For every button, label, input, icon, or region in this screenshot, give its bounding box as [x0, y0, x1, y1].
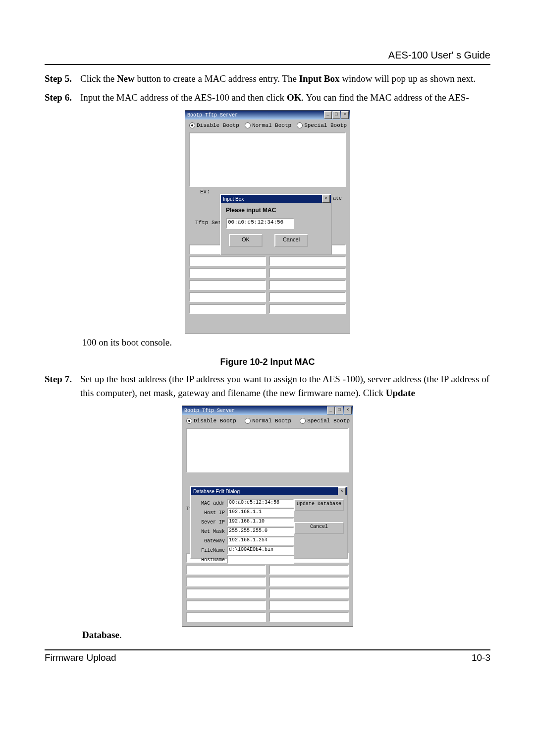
step-7: Step 7. Set up the host address (the IP …	[45, 372, 490, 400]
radio-special-label: Special Bootp	[307, 418, 350, 424]
database-line: Database.	[82, 630, 490, 640]
dialog2-titlebar: Database Edit Dialog ×	[191, 487, 347, 495]
hostname-input[interactable]	[227, 555, 294, 564]
gateway-label: Gateway	[195, 538, 227, 544]
table-row	[189, 280, 346, 290]
step6-continued: 100 on its boot console.	[82, 337, 490, 348]
step-5-text: Click the New button to create a MAC add…	[80, 72, 490, 86]
table-cell	[186, 577, 266, 586]
table-row	[189, 292, 346, 302]
cancel-button[interactable]: Cancel	[294, 522, 344, 534]
maximize-icon[interactable]: □	[335, 407, 343, 414]
dialog1-titlebar: Input Box ×	[221, 195, 331, 203]
gateway-input[interactable]: 192.168.1.254	[227, 536, 294, 545]
radio-normal-bootp[interactable]: Normal Bootp	[245, 418, 291, 424]
step-6-text: Input the MAC address of the AES-100 and…	[80, 91, 490, 105]
host-ip-label: Host IP	[195, 510, 227, 516]
table-cell	[269, 292, 346, 302]
win1-titlebar: Bootp Tftp Server _ □ ×	[185, 111, 350, 119]
database-dot: .	[119, 630, 122, 640]
table-cell	[269, 256, 346, 266]
table-cell	[269, 577, 349, 586]
figure-database-edit: Bootp Tftp Server _ □ × Disable Bootp No…	[45, 406, 490, 627]
header-title: AES-100 User' s Guide	[45, 50, 490, 61]
cancel-button[interactable]: Cancel	[274, 234, 308, 247]
step5-inputbox: Input Box	[299, 73, 340, 84]
table-cell	[269, 280, 346, 290]
ok-button[interactable]: OK	[229, 234, 263, 247]
radio-icon	[186, 418, 192, 424]
mac-input[interactable]: 00:a0:c5:12:34:56	[226, 218, 294, 229]
dialog1-title: Input Box	[223, 196, 244, 202]
row-filename: FileNamed:\100AEOb4.bin	[195, 546, 343, 555]
mac-addr-input[interactable]: 00:a0:c5:12:34:56	[227, 499, 294, 508]
radio-special-bootp[interactable]: Special Bootp	[300, 418, 350, 424]
step-7-label: Step 7.	[45, 372, 80, 400]
table-cell	[269, 600, 349, 610]
radio-icon	[189, 122, 195, 128]
bootp-window-1: Bootp Tftp Server _ □ × Disable Bootp No…	[185, 110, 350, 334]
filename-input[interactable]: d:\100AEOb4.bin	[227, 546, 294, 555]
radio-special-bootp[interactable]: Special Bootp	[297, 122, 347, 128]
minimize-icon[interactable]: _	[327, 407, 335, 414]
table-cell	[189, 256, 266, 266]
table-cell	[269, 612, 349, 622]
table-row	[189, 268, 346, 278]
radio-icon	[300, 418, 306, 424]
minimize-icon[interactable]: _	[324, 111, 332, 119]
dialog1-body: Please input MAC 00:a0:c5:12:34:56 OK Ca…	[221, 203, 331, 250]
sever-ip-label: Sever IP	[195, 520, 227, 525]
step5-t1: Click the	[80, 73, 117, 84]
radio-normal-bootp[interactable]: Normal Bootp	[245, 122, 291, 128]
radio-icon	[297, 122, 303, 128]
win2-list-area	[186, 428, 349, 472]
radio-normal-label: Normal Bootp	[252, 122, 291, 128]
radio-disable-bootp[interactable]: Disable Bootp	[186, 418, 236, 424]
win2-title-text: Bootp Tftp Server	[184, 408, 235, 413]
step-5: Step 5. Click the New button to create a…	[45, 72, 490, 86]
footer-left: Firmware Upload	[45, 652, 116, 663]
filename-label: FileName	[195, 548, 227, 553]
table-cell	[186, 588, 266, 598]
table-row	[186, 600, 349, 610]
dialog2-title: Database Edit Dialog	[193, 489, 240, 494]
step-6: Step 6. Input the MAC address of the AES…	[45, 91, 490, 105]
hostname-label: HostName	[195, 557, 227, 563]
bootp-window-2: Bootp Tftp Server _ □ × Disable Bootp No…	[182, 406, 353, 627]
step6-t1: Input the MAC address of the AES-100 and…	[80, 92, 287, 103]
table-row	[186, 577, 349, 586]
close-icon[interactable]: ×	[338, 487, 346, 495]
table-row	[186, 588, 349, 598]
dialog1-label: Please input MAC	[226, 207, 326, 214]
table-cell	[186, 600, 266, 610]
radio-disable-bootp[interactable]: Disable Bootp	[189, 122, 239, 128]
step7-t1: Set up the host address (the IP address …	[80, 374, 489, 398]
radio-icon	[245, 122, 251, 128]
table-cell	[189, 280, 266, 290]
update-database-button[interactable]: Update Database	[294, 499, 344, 511]
step-6-label: Step 6.	[45, 91, 80, 105]
table-cell	[269, 304, 346, 314]
net-mask-label: Net Mask	[195, 529, 227, 534]
step6-t2: . You can find the MAC address of the AE…	[301, 92, 469, 103]
figure-10-2: Bootp Tftp Server _ □ × Disable Bootp No…	[45, 110, 490, 334]
net-mask-input[interactable]: 255.255.255.0	[227, 527, 294, 536]
close-icon[interactable]: ×	[322, 195, 330, 203]
table-cell	[189, 304, 266, 314]
step-7-text: Set up the host address (the IP address …	[80, 372, 490, 400]
step5-new: New	[117, 73, 135, 84]
win1-title-text: Bootp Tftp Server	[187, 113, 238, 118]
table-cell	[189, 292, 266, 302]
close-icon[interactable]: ×	[341, 111, 349, 119]
sever-ip-input[interactable]: 192.168.1.10	[227, 518, 294, 526]
radio-disable-label: Disable Bootp	[197, 122, 239, 128]
maximize-icon[interactable]: □	[332, 111, 340, 119]
win2-radios: Disable Bootp Normal Bootp Special Bootp	[182, 415, 353, 426]
footer-rule	[45, 649, 490, 650]
close-icon[interactable]: ×	[344, 407, 352, 414]
database-word: Database	[82, 630, 119, 640]
host-ip-input[interactable]: 192.168.1.1	[227, 508, 294, 517]
figure-10-2-caption: Figure 10-2 Input MAC	[45, 357, 490, 367]
step5-t2: button to create a MAC address entry. Th…	[135, 73, 299, 84]
step-5-label: Step 5.	[45, 72, 80, 86]
